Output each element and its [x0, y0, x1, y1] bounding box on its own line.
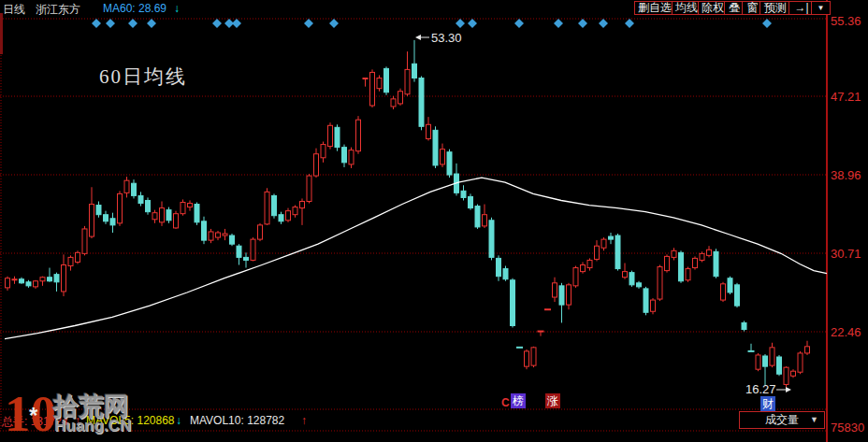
badge-cai[interactable]: 财: [760, 396, 775, 411]
volume-indicator-label: 成交量: [765, 413, 799, 426]
ma60-annotation-label: 60日均线: [99, 64, 187, 90]
ma60-value: MA60: 28.69: [103, 2, 166, 15]
svg-text:75830: 75830: [831, 421, 864, 435]
mavol10-up-arrow-icon: ↑: [301, 414, 307, 427]
badge-zhang[interactable]: 涨: [545, 393, 560, 408]
left-edge-marker: [0, 13, 3, 54]
svg-text:30.71: 30.71: [831, 247, 861, 261]
gear-icon: *: [29, 403, 37, 429]
svg-text:55.36: 55.36: [831, 14, 861, 28]
svg-text:38.96: 38.96: [831, 168, 861, 182]
mavol10-label: MAVOL10: 128782: [190, 414, 284, 427]
chevron-down-icon[interactable]: ▼: [811, 1, 831, 15]
forecast-button[interactable]: 预测: [760, 1, 791, 15]
period-label: 日线: [3, 2, 25, 18]
title-bar: 日线 浙江东方 MA60: 28.69 ↓ 删自选 均线 除权 叠 窗 预测 →…: [0, 0, 868, 15]
badge-bang[interactable]: 榜: [511, 393, 526, 408]
stock-name: 浙江东方: [36, 2, 80, 18]
svg-text:47.21: 47.21: [831, 90, 861, 104]
caret-down-icon: ▼: [810, 412, 818, 428]
mavol5-down-arrow-icon: ↓: [176, 414, 181, 427]
svg-text:53.30: 53.30: [431, 31, 462, 45]
svg-text:22.46: 22.46: [831, 325, 861, 339]
partial-marker: C: [501, 396, 510, 409]
stock-app-window: 55.3647.2138.9630.7122.467583053.3016.27…: [0, 0, 868, 442]
svg-text:16.27: 16.27: [745, 382, 776, 396]
ma60-down-arrow-icon: ↓: [174, 2, 180, 15]
watermark-domain: Huang.CN: [54, 417, 131, 435]
delete-watchlist-button[interactable]: 删自选: [634, 1, 675, 15]
volume-indicator-dropdown[interactable]: 成交量 ▼: [739, 411, 825, 429]
